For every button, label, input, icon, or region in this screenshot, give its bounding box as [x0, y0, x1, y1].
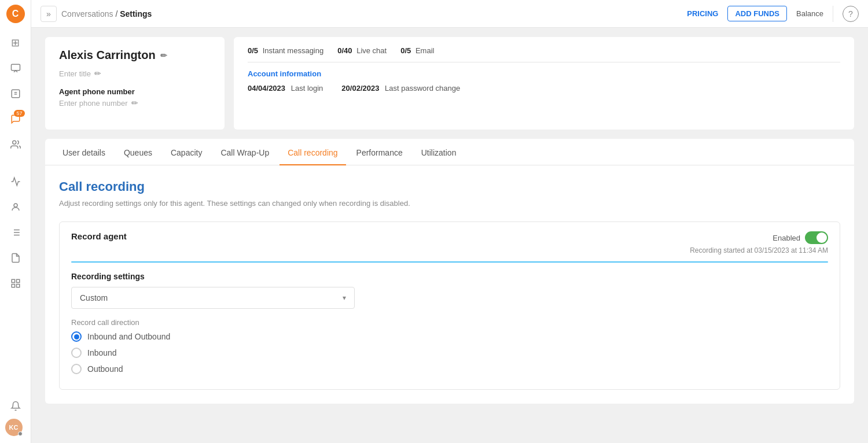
sidebar-item-dashboard[interactable]: ⊞ [5, 32, 26, 53]
balance-label: Balance [796, 9, 823, 18]
record-direction-label: Record call direction [71, 318, 828, 327]
sidebar-item-conversations[interactable]: 57 [5, 109, 26, 130]
chevron-down-icon: ▾ [343, 294, 346, 302]
app-logo[interactable]: C [6, 5, 25, 23]
radio-inbound[interactable]: Inbound [71, 348, 828, 358]
radio-inbound-button[interactable] [71, 348, 82, 358]
enter-phone-field[interactable]: Enter phone number ✏ [59, 98, 211, 108]
page-title: Call recording [59, 179, 840, 194]
blue-divider [71, 261, 828, 263]
main-content: Alexis Carrington ✏ Enter title ✏ Agent … [31, 28, 868, 443]
tab-performance[interactable]: Performance [348, 139, 411, 165]
account-dates: 04/04/2023 Last login 20/02/2023 Last pa… [248, 84, 840, 93]
page-description: Adjust recording settings only for this … [59, 199, 840, 208]
edit-name-icon[interactable]: ✏ [160, 51, 167, 60]
enter-title-field[interactable]: Enter title ✏ [59, 69, 211, 78]
sidebar: C ⊞ 57 KC [0, 0, 31, 443]
email-stat: 0/5 Email [400, 46, 434, 55]
notification-icon[interactable] [5, 396, 26, 416]
svg-point-4 [12, 141, 16, 144]
add-funds-button[interactable]: ADD FUNDS [727, 6, 787, 21]
agent-name: Alexis Carrington ✏ [59, 49, 211, 62]
toggle-row: Enabled [690, 231, 828, 244]
profile-card: Alexis Carrington ✏ Enter title ✏ Agent … [45, 37, 225, 130]
radio-inner-dot [74, 334, 79, 339]
sidebar-item-analytics[interactable] [5, 171, 26, 192]
edit-title-icon[interactable]: ✏ [94, 69, 101, 78]
record-agent-right: Enabled Recording started at 03/15/2023 … [690, 231, 828, 254]
last-password-change: 20/02/2023 Last password change [341, 84, 460, 93]
recording-started-text: Recording started at 03/15/2023 at 11:34… [690, 246, 828, 254]
conversations-badge: 57 [14, 110, 24, 117]
im-stat: 0/5 Instant messaging [248, 46, 323, 55]
topbar-right: PRICING ADD FUNDS Balance ? [687, 6, 859, 22]
sidebar-item-team[interactable] [5, 197, 26, 217]
radio-inbound-outbound[interactable]: Inbound and Outbound [71, 331, 828, 342]
agent-phone-label: Agent phone number [59, 87, 211, 96]
pricing-link[interactable]: PRICING [687, 9, 718, 18]
help-icon[interactable]: ? [843, 6, 859, 22]
breadcrumb: Conversations / Settings [61, 9, 152, 19]
svg-rect-13 [16, 279, 19, 282]
sidebar-item-contacts[interactable] [5, 134, 26, 155]
avatar-status-dot [18, 431, 23, 436]
breadcrumb-current: Settings [120, 9, 152, 19]
topbar: » Conversations / Settings PRICING ADD F… [31, 0, 868, 28]
radio-inbound-outbound-label: Inbound and Outbound [87, 332, 170, 341]
expand-button[interactable]: » [41, 6, 57, 22]
record-agent-section: Record agent Enabled Recording started a… [59, 221, 840, 390]
sidebar-item-audit[interactable] [5, 248, 26, 268]
tab-utilization[interactable]: Utilization [413, 139, 465, 165]
radio-outbound[interactable]: Outbound [71, 364, 828, 374]
tab-call-wrap-up[interactable]: Call Wrap-Up [212, 139, 277, 165]
tab-user-details[interactable]: User details [54, 139, 113, 165]
sidebar-item-layout[interactable] [5, 273, 26, 294]
dropdown-value: Custom [80, 293, 108, 302]
enabled-label: Enabled [773, 234, 800, 242]
stats-card: 0/5 Instant messaging 0/40 Live chat 0/5… [234, 37, 854, 130]
tab-queues[interactable]: Queues [116, 139, 160, 165]
last-login: 04/04/2023 Last login [248, 84, 323, 93]
stats-row: 0/5 Instant messaging 0/40 Live chat 0/5… [248, 46, 840, 55]
record-agent-header: Record agent Enabled Recording started a… [71, 231, 828, 254]
avatar[interactable]: KC [5, 419, 23, 436]
record-agent-label: Record agent [71, 231, 127, 241]
svg-point-5 [14, 204, 17, 207]
radio-inbound-outbound-button[interactable] [71, 331, 82, 342]
sidebar-item-list[interactable] [5, 222, 26, 243]
divider [833, 6, 833, 22]
sidebar-item-reports[interactable] [5, 83, 26, 104]
tab-content: Call recording Adjust recording settings… [45, 165, 854, 404]
svg-rect-0 [11, 64, 20, 71]
breadcrumb-separator: / [115, 9, 120, 19]
record-agent-toggle[interactable] [805, 231, 828, 244]
tabs: User details Queues Capacity Call Wrap-U… [45, 139, 854, 165]
live-chat-stat: 0/40 Live chat [337, 46, 387, 55]
radio-outbound-label: Outbound [87, 364, 123, 374]
radio-inbound-label: Inbound [87, 348, 117, 357]
tabs-area: User details Queues Capacity Call Wrap-U… [45, 139, 854, 165]
stat-divider [248, 62, 840, 62]
radio-outbound-button[interactable] [71, 364, 82, 374]
profile-section: Alexis Carrington ✏ Enter title ✏ Agent … [31, 28, 868, 139]
recording-settings-dropdown[interactable]: Custom ▾ [71, 287, 355, 309]
recording-settings-label: Recording settings [71, 272, 828, 281]
edit-phone-icon[interactable]: ✏ [131, 98, 138, 108]
tab-capacity[interactable]: Capacity [163, 139, 210, 165]
sidebar-item-inbox[interactable] [5, 58, 26, 79]
account-info-link[interactable]: Account information [248, 69, 840, 78]
svg-rect-14 [16, 285, 19, 287]
breadcrumb-parent[interactable]: Conversations [61, 9, 113, 19]
tab-call-recording[interactable]: Call recording [279, 139, 345, 165]
svg-rect-15 [12, 285, 14, 287]
svg-rect-12 [12, 279, 14, 282]
